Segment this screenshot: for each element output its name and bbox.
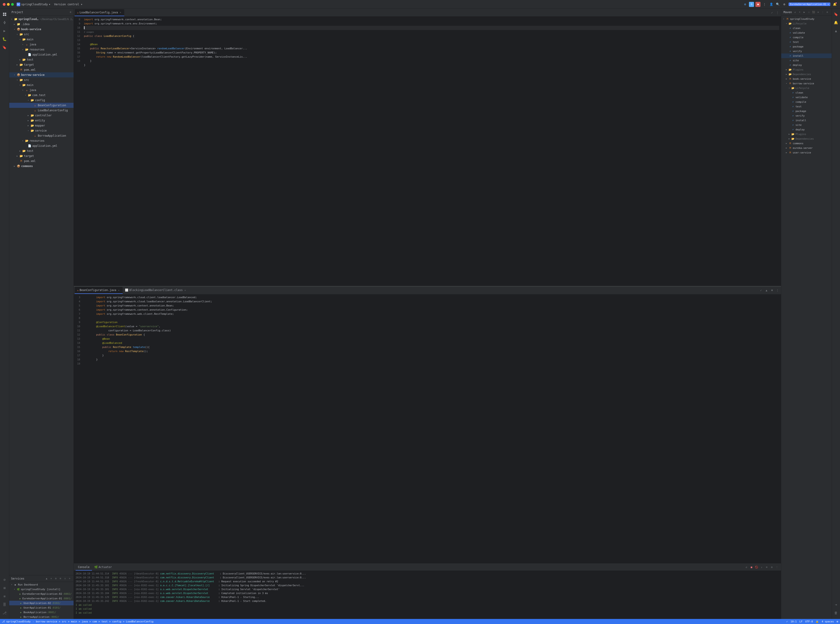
mvn-clean[interactable]: ⚡clean <box>781 26 832 31</box>
svc-user-02[interactable]: ▾ ▶ UserApplication-02 :8102/ <box>9 601 74 605</box>
mvn-verify[interactable]: ⚡verify <box>781 49 832 54</box>
svc-sort-icon[interactable]: ↕ <box>63 576 67 581</box>
version-control-selector[interactable]: Version control ▾ <box>54 3 82 6</box>
code-area-bottom[interactable]: 3 4 5 6 7 8 9 10 11 12 13 14 15 <box>74 295 781 564</box>
mvn-root[interactable]: ▾ M springCloudStudy <box>781 17 832 21</box>
tree-item-borrow-test[interactable]: ▶ 📂 test <box>9 148 74 153</box>
window-controls[interactable] <box>3 3 14 6</box>
scroll-up-icon[interactable]: ▲ <box>832 27 840 35</box>
mvn-filter-icon[interactable]: ≡ <box>816 10 820 14</box>
tab-close-lb-client[interactable]: ✕ <box>184 289 187 292</box>
tree-item-bean-config[interactable]: ▾ ☕ BeanConfiguration <box>9 103 74 108</box>
svc-item-root[interactable]: ▾ ▶ Run Dashboard <box>9 582 74 587</box>
run-icon[interactable]: ▶ <box>1 27 8 35</box>
problems-icon[interactable]: ⊘ <box>1 576 8 584</box>
mvn-borrow-deps[interactable]: ▶ 📂 Dependencies <box>781 136 832 141</box>
project-selector[interactable]: SC springCloudStudy ▾ <box>17 3 51 6</box>
console-clear-icon[interactable]: 🚫 <box>754 565 759 570</box>
console-scroll-icon[interactable]: ↓ <box>759 565 764 570</box>
tree-item-com-test[interactable]: ▾ 📂 com.test <box>9 93 74 98</box>
commit-icon[interactable] <box>1 19 8 26</box>
mvn-borrow-deploy[interactable]: ⚡deploy <box>781 127 832 132</box>
tree-item-book-pom[interactable]: ▾ M pom.xml <box>9 67 74 73</box>
tree-item-controller[interactable]: ▶ 📂 controller <box>9 113 74 118</box>
mvn-borrow-verify[interactable]: ⚡verify <box>781 113 832 118</box>
mvn-install[interactable]: ⚡install <box>781 54 832 58</box>
terminal-icon[interactable]: ⊞ <box>1 584 8 592</box>
tree-item-borrow-service[interactable]: ▾ 📦 borrow-service <box>9 73 74 77</box>
mvn-add-icon[interactable]: + <box>798 10 802 14</box>
tree-item-borrow-yml[interactable]: ▾ 📄 application.yml <box>9 143 74 148</box>
console-tab-actuator[interactable]: 🌿 Actuator <box>92 564 114 570</box>
mvn-borrow-clean[interactable]: ⚡clean <box>781 90 832 95</box>
line-separator[interactable]: LF <box>800 620 803 623</box>
more-options-icon[interactable]: ⋮ <box>762 2 767 7</box>
mvn-borrow-install[interactable]: ⚡install <box>781 118 832 123</box>
mvn-run-icon[interactable]: ▶ <box>802 10 806 14</box>
maven-tree[interactable]: ▾ M springCloudStudy ▾ 📂 Lifecycle ⚡clea… <box>781 15 832 619</box>
tree-item-borrow-java[interactable]: ▾ ☕ java <box>9 88 74 93</box>
tree-item-root[interactable]: ▾ 📁 springCloudStudy ~/Desktop/CS/JavaEE… <box>9 17 74 22</box>
git-branch-name[interactable]: springCloudStudy <box>6 620 31 623</box>
console-stop-icon[interactable]: ■ <box>749 565 754 570</box>
tab-close-lb[interactable]: ✕ <box>119 11 122 14</box>
mvn-borrow-site[interactable]: ⚡site <box>781 123 832 127</box>
mvn-more-icon[interactable]: ⋮ <box>821 10 825 14</box>
mvn-eureka[interactable]: ▶ M eureka-server <box>781 146 832 150</box>
encoding[interactable]: UTF-8 <box>805 620 813 623</box>
svc-book[interactable]: ▾ ▶ BookApplication :8081/ <box>9 610 74 615</box>
code-area-top[interactable]: 8 9 10 11 12 13 14 15 16 17 18 <box>74 17 781 286</box>
minimize-button[interactable] <box>7 3 10 6</box>
gear-icon[interactable]: ⚙ <box>70 11 71 14</box>
app-badge[interactable]: EurekaServerApplication-01 ▾ <box>789 3 830 6</box>
mvn-validate[interactable]: ⚡validate <box>781 31 832 35</box>
git-icon[interactable]: G <box>749 2 754 7</box>
code-body-bottom[interactable]: import org.springframework.cloud.client.… <box>82 295 781 564</box>
project-dropdown-icon[interactable]: ▾ <box>49 3 51 6</box>
tab-lb-config[interactable]: ☕ LoadBalancerConfig.java ✕ <box>75 9 124 16</box>
mvn-deploy[interactable]: ⚡deploy <box>781 63 832 67</box>
run-stop-icon[interactable]: ■ <box>755 2 761 7</box>
debug-icon[interactable]: 🐛 <box>1 36 8 43</box>
svc-user-01[interactable]: ▾ ▶ UserApplication-01 :8101/ <box>9 605 74 610</box>
console-filter-icon[interactable]: ≡ <box>764 565 769 570</box>
settings-icon[interactable]: ⚙ <box>782 2 787 7</box>
tree-item-book-service[interactable]: ▾ 📦 book-service <box>9 27 74 32</box>
mvn-user-service[interactable]: ▶ M user-service <box>781 150 832 155</box>
cursor-position[interactable]: 10:1 <box>790 620 797 623</box>
check-icon[interactable]: ✓ <box>769 10 775 15</box>
mvn-borrow-test[interactable]: ⚡test <box>781 104 832 109</box>
mvn-plugins[interactable]: ▶ 📂 Plugins <box>781 67 832 72</box>
search-icon[interactable]: 🔍 <box>775 2 780 7</box>
notification-right-icon[interactable]: 🔔 <box>832 19 840 26</box>
notifications-icon[interactable]: 🔔 <box>832 2 837 7</box>
project-tree-icon[interactable] <box>1 11 8 18</box>
svc-borrow[interactable]: ▾ ▶ BorrowApplication :8082/ <box>9 615 74 619</box>
mvn-compile[interactable]: ⚡compile <box>781 35 832 40</box>
mvn-borrow-package[interactable]: ⚡package <box>781 109 832 113</box>
git-bottom-icon[interactable]: ⎇ <box>1 609 8 616</box>
svc-item-spring[interactable]: ▾ 🌿 springCloudStudy [install] <box>9 587 74 592</box>
mvn-stop-icon[interactable]: ⬛ <box>811 10 815 14</box>
mvn-deps[interactable]: ▶ 📂 Dependencies <box>781 72 832 77</box>
services-icon[interactable]: ≡ <box>1 593 8 600</box>
check2-icon[interactable]: ✓ <box>758 288 763 293</box>
indent-icon[interactable]: ⇥ <box>832 601 840 609</box>
mvn-lifecycle[interactable]: ▾ 📂 Lifecycle <box>781 21 832 26</box>
svc-close-icon[interactable]: ✕ <box>49 576 53 581</box>
mvn-commons[interactable]: ▶ M commons <box>781 141 832 146</box>
console-settings-icon[interactable]: ⚙ <box>769 565 774 570</box>
tree-item-entity[interactable]: ▶ 📂 entity <box>9 118 74 123</box>
user-icon[interactable]: 👤 <box>769 2 774 7</box>
mvn-borrow-validate[interactable]: ⚡validate <box>781 95 832 100</box>
code-body-top[interactable]: import org.springframework.context.annot… <box>82 17 781 286</box>
tree-item-book-java[interactable]: ▾ ☕ java <box>9 42 74 47</box>
up-arrow-icon[interactable]: ▲ <box>764 288 769 293</box>
tree-item-book-test[interactable]: ▶ 📂 test <box>9 57 74 62</box>
bookmark-right-icon[interactable]: 🔖 <box>832 11 840 18</box>
database-icon[interactable]: 🗄 <box>1 601 8 609</box>
tree-item-config[interactable]: ▾ 📂 config <box>9 98 74 103</box>
mvn-collapse-icon[interactable]: ⚙ <box>825 10 829 14</box>
more2-icon[interactable]: ⋮ <box>775 288 780 293</box>
tree-item-book-target[interactable]: ▶ 📂 target <box>9 62 74 67</box>
